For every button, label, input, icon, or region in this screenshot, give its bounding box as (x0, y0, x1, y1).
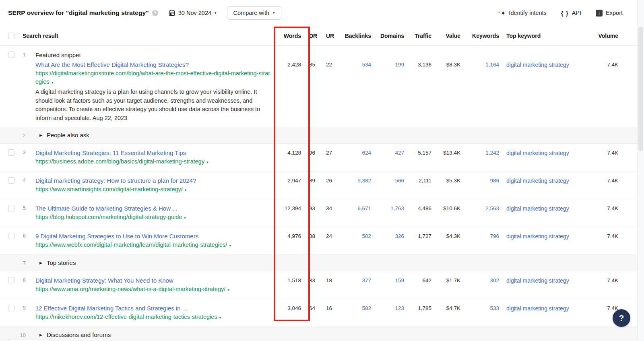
column-header-volume[interactable]: Volume (584, 33, 618, 39)
column-header-traffic[interactable]: Traffic (404, 33, 431, 39)
cell-keywords-link[interactable]: 302 (460, 276, 499, 283)
row-checkbox[interactable] (8, 177, 14, 184)
result-url-link[interactable]: https://digitalmarketinginstitute.com/bl… (35, 69, 272, 87)
floating-help-button[interactable]: ? (613, 309, 630, 327)
cell-words: 1,518 (272, 276, 304, 283)
result-url-link[interactable]: https://mikekhorev.com/12-effective-digi… (35, 313, 272, 322)
cell-words: 4,976 (272, 231, 304, 239)
cell-top-keyword-link[interactable]: digital marketing strategy (499, 276, 584, 284)
table-body: 1 Featured snippet What Are the Most Eff… (0, 46, 637, 341)
cell-ur: 16 (322, 304, 339, 311)
row-checkbox[interactable] (8, 52, 14, 58)
serp-feature-toggle[interactable]: ▶ Discussions and forums (31, 331, 618, 339)
result-title-link[interactable]: Digital Marketing Strategies: 11 Essenti… (35, 148, 186, 157)
result-url-link[interactable]: https://www.ama.org/marketing-news/what-… (35, 285, 272, 294)
cell-keywords-link[interactable]: 533 (460, 304, 499, 311)
column-header-search-result[interactable]: Search result (18, 33, 272, 39)
expand-arrow-icon[interactable]: ▶ (39, 131, 42, 139)
row-checkbox[interactable] (8, 205, 14, 211)
cell-keywords-link[interactable]: 1,164 (460, 50, 499, 68)
row-number: 6 (18, 231, 31, 239)
column-header-value[interactable]: Value (431, 33, 460, 39)
cell-top-keyword-link[interactable]: digital marketing strategy (499, 50, 584, 68)
cell-value: $4.3K (431, 231, 460, 239)
cell-keywords-link[interactable]: 1,242 (460, 148, 499, 156)
chevron-down-icon[interactable]: ▾ (229, 244, 231, 248)
result-title-link[interactable]: 9 Digital Marketing Strategies to Use to… (35, 231, 198, 241)
cell-domains-link[interactable]: 199 (371, 50, 404, 68)
cell-top-keyword-link[interactable]: digital marketing strategy (499, 231, 584, 240)
api-button[interactable]: { } API (561, 10, 581, 17)
column-header-top-keyword[interactable]: Top keyword (499, 33, 584, 39)
result-title-link[interactable]: The Ultimate Guide to Marketing Strategi… (35, 204, 178, 213)
serp-table: Search result Words DR UR Backlinks Doma… (0, 26, 637, 341)
result-url-link[interactable]: https://www.webfx.com/digital-marketing/… (35, 241, 272, 250)
chevron-down-icon[interactable]: ▾ (185, 188, 187, 192)
compare-with-button[interactable]: Compare with ▾ (227, 6, 281, 20)
column-header-dr[interactable]: DR (304, 33, 322, 39)
cell-domains-link[interactable]: 326 (371, 231, 404, 239)
cell-words: 3,046 (272, 304, 304, 311)
cell-backlinks-link[interactable]: 582 (339, 304, 371, 311)
row-checkbox[interactable] (8, 233, 14, 239)
cell-traffic: 5,157 (404, 148, 431, 156)
cell-top-keyword-link[interactable]: digital marketing strategy (499, 176, 584, 184)
cell-backlinks-link[interactable]: 377 (339, 276, 371, 283)
vertical-scrollbar[interactable] (637, 0, 644, 341)
chevron-down-icon[interactable]: ▾ (227, 288, 229, 292)
cell-backlinks-link[interactable]: 5,382 (339, 176, 371, 184)
date-picker-button[interactable]: 30 Nov 2024 ▾ (169, 10, 217, 16)
column-header-keywords[interactable]: Keywords (460, 33, 499, 39)
bottom-partial-button[interactable] (8, 339, 52, 341)
cell-keywords-link[interactable]: 796 (460, 231, 499, 239)
column-header-domains[interactable]: Domains (371, 33, 404, 39)
scrollbar-thumb[interactable] (638, 27, 643, 151)
result-url-link[interactable]: https://business.adobe.com/blog/basics/d… (35, 157, 272, 167)
select-all-checkbox[interactable] (8, 33, 14, 39)
cell-volume: 7.4K (584, 231, 618, 239)
export-button[interactable]: ↓ Export (596, 10, 623, 17)
cell-domains-link[interactable]: 566 (371, 176, 404, 184)
cell-backlinks-link[interactable]: 6,671 (339, 204, 371, 211)
column-header-words[interactable]: Words (272, 33, 304, 39)
row-checkbox[interactable] (8, 149, 14, 156)
result-title-link[interactable]: 12 Effective Digital Marketing Tactics a… (35, 304, 187, 313)
help-icon[interactable]: ? (152, 10, 158, 16)
column-header-backlinks[interactable]: Backlinks (339, 33, 371, 39)
serp-feature-toggle[interactable]: ▶ People also ask (31, 131, 618, 139)
serp-feature-toggle[interactable]: ▶ Top stories (31, 259, 618, 267)
cell-words: 2,428 (272, 50, 304, 68)
result-title-link[interactable]: What Are the Most Effective Digital Mark… (35, 60, 189, 69)
row-number: 4 (18, 176, 31, 183)
expand-arrow-icon[interactable]: ▶ (39, 259, 42, 267)
cell-backlinks-link[interactable]: 624 (339, 148, 371, 156)
column-header-ur[interactable]: UR (322, 33, 339, 39)
result-title-link[interactable]: Digital marketing strategy: How to struc… (35, 176, 196, 185)
result-title-link[interactable]: Digital Marketing Strategy: What You Nee… (35, 276, 173, 285)
cell-top-keyword-link[interactable]: digital marketing strategy (499, 204, 584, 212)
cell-backlinks-link[interactable]: 534 (339, 50, 371, 68)
result-url-link[interactable]: https://blog.hubspot.com/marketing/digit… (35, 213, 272, 222)
chevron-down-icon[interactable]: ▾ (206, 160, 208, 164)
chevron-down-icon[interactable]: ▾ (219, 316, 221, 320)
row-checkbox[interactable] (8, 277, 14, 283)
cell-domains-link[interactable]: 1,763 (371, 204, 404, 211)
cell-keywords-link[interactable]: 986 (460, 176, 499, 184)
result-url-link[interactable]: https://www.smartinsights.com/digital-ma… (35, 185, 272, 194)
row-number: 8 (18, 276, 31, 283)
cell-domains-link[interactable]: 427 (371, 148, 404, 156)
cell-keywords-link[interactable]: 2,563 (460, 204, 499, 211)
identify-intents-button[interactable]: ⁺✦ Identify intents (497, 10, 547, 16)
chevron-down-icon[interactable]: ▾ (52, 81, 54, 85)
chevron-down-icon[interactable]: ▾ (184, 216, 186, 220)
row-number: 9 (18, 304, 31, 311)
cell-top-keyword-link[interactable]: digital marketing strategy (499, 148, 584, 156)
row-checkbox[interactable] (8, 305, 14, 311)
identify-intents-label: Identify intents (509, 10, 547, 16)
cell-backlinks-link[interactable]: 502 (339, 231, 371, 239)
expand-arrow-icon[interactable]: ▶ (39, 331, 42, 339)
cell-top-keyword-link[interactable]: digital marketing strategy (499, 304, 584, 312)
api-label: API (572, 10, 581, 16)
cell-domains-link[interactable]: 123 (371, 304, 404, 311)
cell-domains-link[interactable]: 159 (371, 276, 404, 283)
